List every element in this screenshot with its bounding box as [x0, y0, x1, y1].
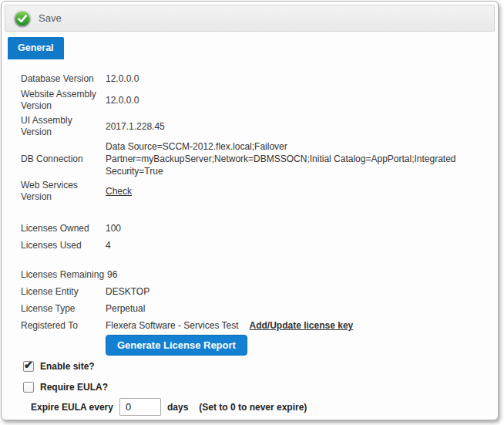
expire-eula-label: Expire EULA every: [31, 402, 113, 413]
days-label: days: [167, 402, 188, 413]
field-label: Registered To: [21, 320, 106, 332]
field-label: License Type: [21, 303, 106, 315]
field-licenses-owned: Licenses Owned 100: [21, 221, 495, 236]
general-settings-form: Database Version 12.0.0.0 Website Assemb…: [5, 59, 495, 416]
save-check-icon: [13, 9, 32, 28]
field-licenses-used: Licenses Used 4: [21, 238, 495, 253]
save-label: Save: [39, 12, 62, 24]
require-eula-label: Require EULA?: [40, 382, 108, 393]
field-license-entity: License Entity DESKTOP: [21, 284, 495, 299]
button-row: Generate License Report: [106, 335, 495, 356]
expire-eula-row: Expire EULA every days (Set to 0 to neve…: [31, 398, 495, 416]
field-value: Data Source=SCCM-2012.flex.local;Failove…: [106, 140, 491, 177]
field-value: 12.0.0.0: [106, 73, 139, 85]
field-label: Licenses Used: [21, 240, 106, 251]
field-db-connection: DB Connection Data Source=SCCM-2012.flex…: [21, 140, 495, 177]
section-gap: [21, 372, 495, 382]
field-value: 100: [106, 222, 121, 234]
section-gap: [21, 205, 495, 221]
field-license-type: License Type Perpetual: [21, 301, 495, 316]
field-value: Perpetual: [106, 302, 145, 315]
require-eula-checkbox[interactable]: [23, 382, 34, 393]
section-gap: [21, 356, 495, 361]
field-label: UI Assembly Version: [21, 115, 106, 138]
enable-site-checkbox[interactable]: [23, 361, 34, 372]
expire-eula-days-input[interactable]: [119, 398, 161, 416]
require-eula-row: Require EULA?: [23, 382, 495, 393]
field-value: 96: [107, 268, 117, 281]
site-settings-panel: Save General Database Version 12.0.0.0 W…: [1, 1, 499, 420]
tab-bar: General: [5, 37, 495, 59]
field-ui-assembly-version: UI Assembly Version 2017.1.228.45: [21, 114, 495, 139]
field-label: Licenses Remaining: [21, 269, 107, 281]
field-label: Licenses Owned: [21, 223, 106, 234]
field-web-services-version: Web Services Version Check: [21, 179, 495, 204]
save-button[interactable]: Save: [13, 9, 62, 28]
tab-general[interactable]: General: [8, 37, 64, 59]
field-label: Website Assembly Version: [21, 89, 106, 112]
section-gap: [21, 255, 495, 267]
enable-site-label: Enable site?: [40, 361, 95, 372]
enable-site-row: Enable site?: [23, 361, 495, 372]
add-update-license-key-link[interactable]: Add/Update license key: [250, 320, 354, 331]
generate-license-report-button[interactable]: Generate License Report: [106, 335, 247, 356]
field-website-assembly-version: Website Assembly Version 12.0.0.0: [21, 88, 495, 113]
field-value: 4: [106, 239, 111, 251]
check-link[interactable]: Check: [106, 186, 132, 197]
field-licenses-remaining: Licenses Remaining 96: [21, 267, 495, 282]
field-label: Database Version: [21, 73, 106, 85]
expire-hint-label: (Set to 0 to never expire): [199, 402, 307, 413]
field-value: 12.0.0.0: [106, 94, 139, 106]
section-gap: [21, 393, 495, 398]
field-value: DESKTOP: [106, 285, 150, 298]
field-value: 2017.1.228.45: [106, 120, 165, 133]
toolbar: Save: [5, 5, 495, 32]
field-label: DB Connection: [21, 153, 106, 165]
field-label: License Entity: [21, 286, 106, 298]
field-database-version: Database Version 12.0.0.0: [21, 71, 495, 86]
field-value: Flexera Software - Services Test: [106, 319, 239, 332]
field-registered-to: Registered To Flexera Software - Service…: [21, 318, 495, 333]
field-label: Web Services Version: [21, 180, 106, 203]
